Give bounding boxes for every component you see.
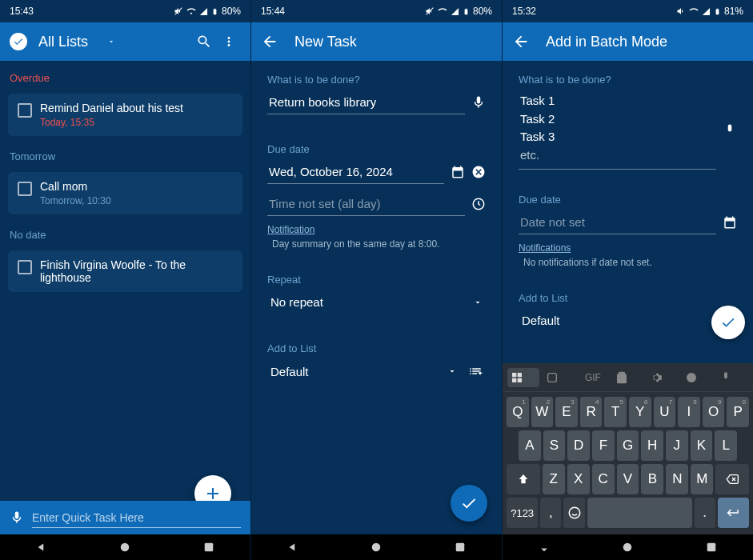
- confirm-fab[interactable]: [451, 485, 487, 522]
- quick-task-input[interactable]: [32, 508, 241, 528]
- nav-bar: [251, 534, 502, 560]
- calendar-icon[interactable]: [723, 215, 737, 230]
- key-h[interactable]: H: [641, 430, 663, 461]
- task-row[interactable]: Remind Daniel about his test Today, 15:3…: [8, 94, 242, 136]
- task-title: Remind Daniel about his test: [40, 102, 233, 114]
- task-row[interactable]: Finish Virgina Woolfe - To the lighthous…: [8, 250, 242, 292]
- status-bar: 15:32 81%: [503, 0, 753, 22]
- key-o[interactable]: O9: [703, 397, 725, 427]
- key-period[interactable]: .: [695, 498, 715, 528]
- key-p[interactable]: P0: [727, 397, 749, 427]
- task-subtitle: Tomorrow, 10:30: [40, 195, 233, 206]
- status-time: 15:43: [10, 6, 34, 17]
- nav-recent[interactable]: [453, 540, 467, 554]
- clear-date-icon[interactable]: [471, 165, 486, 179]
- overflow-menu-button[interactable]: [217, 30, 241, 54]
- key-comma[interactable]: ,: [540, 498, 561, 528]
- nav-home[interactable]: [118, 540, 132, 554]
- kbd-tool-mic[interactable]: [716, 368, 748, 387]
- due-date-input[interactable]: [267, 160, 444, 184]
- kbd-tool-sticker[interactable]: [543, 368, 575, 387]
- key-k[interactable]: K: [691, 430, 713, 461]
- nav-recent[interactable]: [704, 540, 719, 554]
- nav-back[interactable]: [34, 540, 49, 554]
- nav-back[interactable]: [286, 540, 300, 554]
- key-g[interactable]: G: [617, 430, 639, 461]
- dropdown-icon[interactable]: [107, 38, 115, 46]
- batch-input[interactable]: Task 1 Task 2 Task 3 etc.: [519, 90, 716, 166]
- search-button[interactable]: [191, 29, 217, 54]
- back-button[interactable]: [512, 33, 530, 50]
- list-value: Default: [522, 314, 560, 327]
- kbd-tool-clipboard[interactable]: [612, 368, 644, 387]
- nav-home[interactable]: [620, 540, 635, 554]
- key-backspace[interactable]: [715, 464, 749, 494]
- key-symbols[interactable]: ?123: [507, 498, 538, 528]
- what-input[interactable]: [267, 90, 465, 114]
- app-title[interactable]: All Lists: [38, 34, 88, 50]
- notification-link[interactable]: Notifications: [519, 242, 571, 254]
- nav-recent[interactable]: [202, 540, 216, 554]
- due-date-input[interactable]: [519, 210, 716, 234]
- kbd-tool-gif[interactable]: GIF: [577, 369, 609, 386]
- key-u[interactable]: U7: [654, 397, 676, 427]
- key-x[interactable]: X: [567, 464, 590, 494]
- app-title: Add in Batch Mode: [546, 34, 667, 50]
- key-emoji[interactable]: [563, 498, 584, 528]
- kbd-tool-grid[interactable]: [507, 368, 539, 387]
- key-shift[interactable]: [507, 464, 540, 494]
- repeat-select[interactable]: No repeat: [267, 290, 486, 314]
- key-i[interactable]: I8: [678, 397, 700, 427]
- due-time-input[interactable]: [267, 192, 465, 216]
- task-subtitle: Today, 15:35: [40, 117, 233, 128]
- mic-icon[interactable]: [471, 95, 486, 110]
- task-checkbox[interactable]: [18, 182, 32, 196]
- key-r[interactable]: R4: [580, 397, 603, 427]
- key-m[interactable]: M: [691, 464, 713, 494]
- mic-icon[interactable]: [10, 510, 24, 525]
- what-label: What is to be done?: [267, 74, 486, 86]
- nav-hide-kbd[interactable]: [537, 540, 551, 554]
- task-row[interactable]: Call mom Tomorrow, 10:30: [8, 172, 242, 214]
- notification-link[interactable]: Notification: [267, 224, 314, 235]
- task-checkbox[interactable]: [18, 260, 32, 274]
- key-z[interactable]: Z: [543, 464, 565, 494]
- key-y[interactable]: Y6: [629, 397, 651, 427]
- kbd-tool-palette[interactable]: [682, 368, 714, 387]
- key-l[interactable]: L: [715, 430, 737, 461]
- nav-home[interactable]: [369, 540, 383, 554]
- key-a[interactable]: A: [519, 430, 541, 461]
- kbd-tool-settings[interactable]: [647, 368, 679, 387]
- notification-sub: No notifications if date not set.: [519, 257, 737, 268]
- clock-icon[interactable]: [471, 197, 486, 211]
- app-bar: Add in Batch Mode: [503, 22, 753, 61]
- confirm-fab[interactable]: [711, 306, 745, 339]
- key-t[interactable]: T5: [604, 397, 627, 427]
- key-w[interactable]: W2: [531, 397, 554, 427]
- battery-icon: [211, 6, 218, 17]
- key-c[interactable]: C: [592, 464, 615, 494]
- key-q[interactable]: Q1: [507, 397, 529, 427]
- mic-icon[interactable]: [723, 123, 737, 138]
- key-j[interactable]: J: [666, 430, 688, 461]
- key-s[interactable]: S: [543, 430, 566, 461]
- task-title: Finish Virgina Woolfe - To the lighthous…: [40, 258, 233, 284]
- key-e[interactable]: E3: [555, 397, 578, 427]
- add-list-icon[interactable]: [468, 364, 483, 378]
- app-bar: New Task: [251, 22, 502, 61]
- list-select[interactable]: Default: [267, 359, 486, 383]
- battery-icon: [463, 6, 470, 17]
- task-checkbox[interactable]: [18, 103, 32, 118]
- key-d[interactable]: D: [567, 430, 590, 461]
- key-enter[interactable]: [718, 498, 749, 528]
- key-n[interactable]: N: [666, 464, 688, 494]
- list-select[interactable]: Default: [519, 309, 737, 332]
- key-f[interactable]: F: [592, 430, 615, 461]
- svg-rect-1: [205, 543, 214, 552]
- list-label: Add to List: [267, 342, 486, 354]
- back-button[interactable]: [261, 33, 278, 50]
- calendar-icon[interactable]: [451, 165, 465, 179]
- key-space[interactable]: [587, 498, 692, 528]
- key-v[interactable]: V: [617, 464, 639, 494]
- key-b[interactable]: B: [641, 464, 663, 494]
